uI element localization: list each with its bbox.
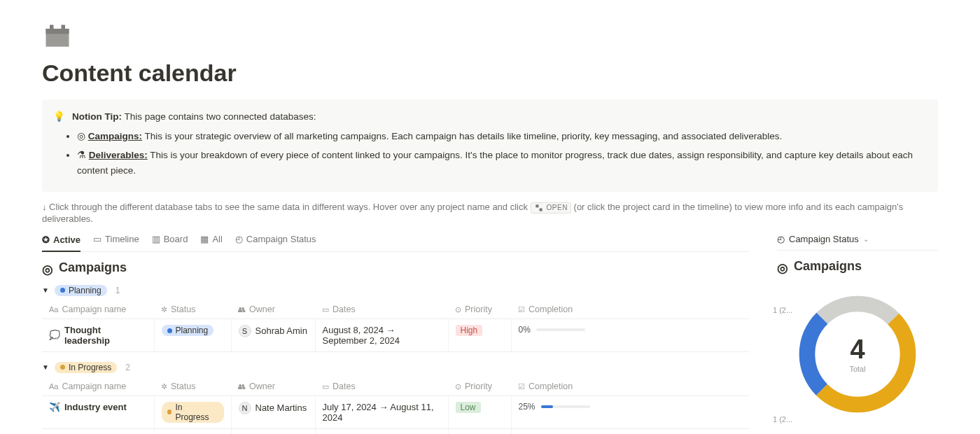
checkbox-icon: ☑︎ <box>518 382 525 391</box>
owner-name: Sohrab Amin <box>255 326 307 336</box>
svg-rect-5 <box>539 209 542 211</box>
table-icon: ▦ <box>200 234 209 244</box>
triangle-down-icon: ▼ <box>42 363 49 371</box>
svg-rect-4 <box>536 204 538 207</box>
group-count: 1 <box>115 286 120 295</box>
board-icon: ▥ <box>152 234 160 244</box>
person-icon: 👥︎ <box>238 305 246 314</box>
tab-active[interactable]: ✪ Active <box>42 234 80 252</box>
tab-timeline[interactable]: ▭ Timeline <box>93 234 139 248</box>
tab-board[interactable]: ▥ Board <box>152 234 188 248</box>
donut-segment-label: 1 (2... <box>773 415 792 424</box>
table-row[interactable]: 💭Thought leadershipPlanningSSohrab AminA… <box>42 318 749 351</box>
dates-cell: August 8, 2024 → September 2, 2024 <box>315 318 448 351</box>
dates-cell: July 17, 2024 → August 11, 2024 <box>315 396 448 428</box>
completion-cell: 0% <box>519 325 743 335</box>
status-pill: Planning <box>55 285 107 296</box>
target-icon: ◎ <box>42 262 53 273</box>
star-icon: ✪ <box>42 234 50 245</box>
row-emoji-icon: ✈️ <box>49 402 60 412</box>
timeline-icon: ▭ <box>93 234 102 244</box>
campaign-table: AaCampaign name✲Status👥︎Owner▭Dates⊙Prio… <box>42 300 749 352</box>
campaign-table: AaCampaign name✲Status👥︎Owner▭Dates⊙Prio… <box>42 377 749 434</box>
donut-chart[interactable]: 4 Total <box>791 288 924 421</box>
campaign-name: Industry event <box>64 402 127 412</box>
hint-text: ↓ Click through the different database t… <box>42 202 938 224</box>
owner-name: Nate Martins <box>255 402 307 413</box>
campaign-name: Thought leadership <box>64 325 147 346</box>
svg-rect-3 <box>62 25 66 30</box>
tab-all[interactable]: ▦ All <box>200 234 222 248</box>
side-database-title[interactable]: ◎ Campaigns <box>777 259 938 274</box>
status-icon: ✲ <box>161 382 167 391</box>
priority-tag: Low <box>456 402 481 413</box>
avatar: N <box>239 402 251 414</box>
calendar-icon: ▭ <box>322 305 329 314</box>
person-icon: 👥︎ <box>238 382 246 391</box>
clock-icon: ◴ <box>235 234 243 244</box>
group-count: 2 <box>125 363 130 372</box>
donut-total-label: Total <box>849 365 865 373</box>
tip-label: Notion Tip: <box>72 111 122 122</box>
donut-total: 4 <box>850 335 864 365</box>
status-icon: ✲ <box>161 305 167 314</box>
status-pill: In Progress <box>55 362 117 373</box>
tab-campaign-status[interactable]: ◴ Campaign Status <box>235 234 316 248</box>
group-header[interactable]: ▼In Progress2 <box>42 362 749 373</box>
calendar-icon: ▭ <box>322 382 329 391</box>
callout-bullet: ◎ Campaigns: This is your strategic over… <box>77 129 927 144</box>
priority-tag: High <box>456 325 483 336</box>
dates-cell: August 3, 2024 → August 31, 2024 <box>315 428 448 434</box>
text-icon: Aa <box>49 382 58 391</box>
page-icon[interactable] <box>42 21 938 54</box>
row-emoji-icon: 💭 <box>49 330 60 340</box>
tip-intro: This page contains two connected databas… <box>125 111 316 122</box>
target-icon: ◎ <box>777 260 788 272</box>
open-chip: OPEN <box>531 202 571 214</box>
svg-rect-1 <box>46 29 69 34</box>
triangle-down-icon: ▼ <box>42 286 49 294</box>
table-row[interactable]: 🚀Product launchIn ProgressZZoeAugust 3, … <box>42 428 749 434</box>
table-row[interactable]: ✈️Industry eventIn ProgressNNate Martins… <box>42 396 749 428</box>
target-icon: ◎ <box>77 131 85 141</box>
lightbulb-icon: 💡 <box>53 109 65 125</box>
tip-callout: 💡 Notion Tip: This page contains two con… <box>42 99 938 192</box>
svg-rect-2 <box>50 25 54 30</box>
group-header[interactable]: ▼Planning1 <box>42 285 749 296</box>
clock-icon: ◴ <box>777 234 785 244</box>
completion-cell: 25% <box>519 402 743 412</box>
donut-segment-label: 1 (2... <box>773 306 792 314</box>
side-view-select[interactable]: ◴ Campaign Status ⌄ <box>777 231 938 251</box>
select-icon: ⊙ <box>455 305 461 314</box>
text-icon: Aa <box>49 305 58 314</box>
avatar: S <box>239 325 251 337</box>
expand-icon <box>534 203 544 213</box>
callout-bullet: ⚗︎ Deliverables: This is your breakdown … <box>77 148 927 178</box>
view-tabs: ✪ Active ▭ Timeline ▥ Board ▦ All ◴ Camp… <box>42 231 749 252</box>
status-pill: In Progress <box>162 402 224 423</box>
select-icon: ⊙ <box>455 382 461 391</box>
checkbox-icon: ☑︎ <box>518 305 525 314</box>
chevron-down-icon: ⌄ <box>863 235 869 243</box>
page-title[interactable]: Content calendar <box>42 59 938 87</box>
flask-icon: ⚗︎ <box>77 150 86 160</box>
status-pill: Planning <box>162 325 214 336</box>
database-title[interactable]: ◎ Campaigns <box>42 260 749 275</box>
